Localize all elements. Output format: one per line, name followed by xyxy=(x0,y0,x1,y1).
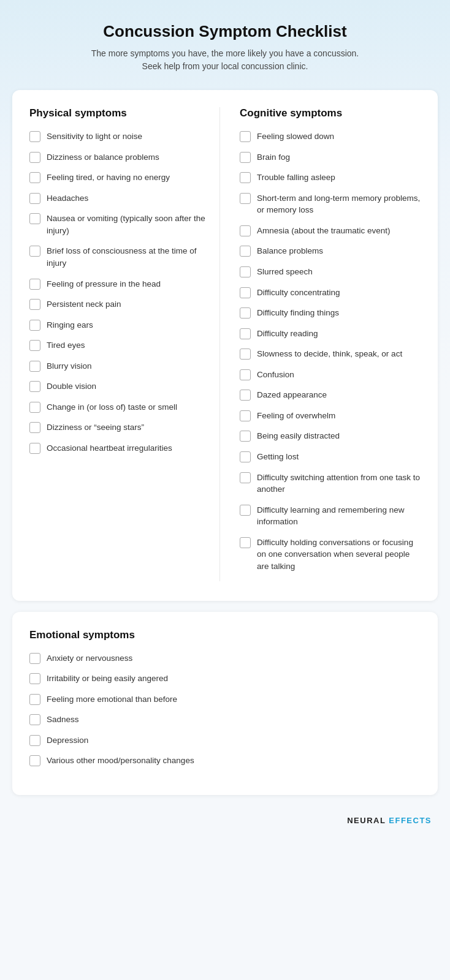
cognitive-item-label: Difficulty switching attention from one … xyxy=(257,472,421,496)
cognitive-column: Cognitive symptoms Feeling slowed downBr… xyxy=(230,107,421,581)
checkbox-emotional-3[interactable] xyxy=(29,714,40,725)
checkbox-emotional-1[interactable] xyxy=(29,673,40,684)
brand-logo: NEURAL EFFECTS xyxy=(347,816,432,825)
checkbox-physical-3[interactable] xyxy=(29,193,40,204)
physical-item: Ringing ears xyxy=(29,319,210,331)
cognitive-item: Slowness to decide, think, speak, or act xyxy=(240,348,421,360)
checkbox-cognitive-17[interactable] xyxy=(240,505,251,516)
physical-item-label: Occasional heartbeat irregularities xyxy=(47,442,172,454)
physical-item-label: Tired eyes xyxy=(47,339,85,352)
emotional-title: Emotional symptoms xyxy=(29,629,421,641)
physical-item: Feeling of pressure in the head xyxy=(29,278,210,290)
checkbox-physical-8[interactable] xyxy=(29,320,40,331)
physical-item: Persistent neck pain xyxy=(29,298,210,311)
checkbox-physical-2[interactable] xyxy=(29,172,40,183)
checkbox-cognitive-11[interactable] xyxy=(240,369,251,380)
emotional-item: Anxiety or nervousness xyxy=(29,652,421,665)
cognitive-item: Being easily distracted xyxy=(240,430,421,442)
cognitive-item: Slurred speech xyxy=(240,266,421,278)
cognitive-item: Trouble falling asleep xyxy=(240,172,421,184)
emotional-list: Anxiety or nervousnessIrritability or be… xyxy=(29,652,421,767)
checkbox-cognitive-9[interactable] xyxy=(240,328,251,339)
emotional-item: Depression xyxy=(29,734,421,747)
checkbox-cognitive-15[interactable] xyxy=(240,451,251,462)
cognitive-item-label: Being easily distracted xyxy=(257,430,340,442)
cognitive-list: Feeling slowed downBrain fogTrouble fall… xyxy=(240,130,421,573)
emotional-item: Feeling more emotional than before xyxy=(29,693,421,706)
checkbox-physical-5[interactable] xyxy=(29,246,40,257)
emotional-item-label: Various other mood/personality changes xyxy=(47,755,194,767)
cognitive-item-label: Balance problems xyxy=(257,245,323,257)
emotional-item-label: Irritability or being easily angered xyxy=(47,673,168,685)
cognitive-item-label: Brain fog xyxy=(257,151,290,164)
checkbox-cognitive-12[interactable] xyxy=(240,390,251,401)
brand-name-blue: EFFECTS xyxy=(389,816,432,825)
checkbox-physical-13[interactable] xyxy=(29,422,40,433)
emotional-item-label: Sadness xyxy=(47,714,79,726)
checkbox-physical-10[interactable] xyxy=(29,361,40,372)
checkbox-cognitive-3[interactable] xyxy=(240,193,251,204)
physical-title: Physical symptoms xyxy=(29,107,210,119)
physical-item: Brief loss of consciousness at the time … xyxy=(29,245,210,269)
physical-item-label: Ringing ears xyxy=(47,319,93,331)
cognitive-item: Feeling slowed down xyxy=(240,130,421,143)
physical-item-label: Dizziness or “seeing stars” xyxy=(47,421,144,434)
checkbox-cognitive-14[interactable] xyxy=(240,431,251,442)
physical-item: Tired eyes xyxy=(29,339,210,352)
physical-item-label: Feeling tired, or having no energy xyxy=(47,172,170,184)
checkbox-cognitive-10[interactable] xyxy=(240,349,251,360)
page-title: Concussion Symptom Checklist xyxy=(37,22,413,41)
checkbox-cognitive-18[interactable] xyxy=(240,537,251,548)
page-subtitle: The more symptoms you have, the more lik… xyxy=(37,47,413,73)
checkbox-physical-12[interactable] xyxy=(29,402,40,413)
cognitive-item-label: Dazed appearance xyxy=(257,389,327,401)
checkbox-cognitive-8[interactable] xyxy=(240,307,251,318)
checkbox-cognitive-7[interactable] xyxy=(240,287,251,298)
checkbox-physical-9[interactable] xyxy=(29,340,40,351)
cognitive-item-label: Difficulty finding things xyxy=(257,307,339,319)
checkbox-emotional-0[interactable] xyxy=(29,653,40,664)
checkbox-emotional-4[interactable] xyxy=(29,735,40,746)
checkbox-cognitive-6[interactable] xyxy=(240,266,251,277)
checkbox-physical-6[interactable] xyxy=(29,279,40,290)
checkbox-cognitive-0[interactable] xyxy=(240,131,251,142)
checkbox-cognitive-13[interactable] xyxy=(240,410,251,421)
physical-item: Change in (or loss of) taste or smell xyxy=(29,401,210,413)
checkbox-physical-0[interactable] xyxy=(29,131,40,142)
cognitive-item: Difficulty holding conversations or focu… xyxy=(240,537,421,573)
brand-name-black: NEURAL xyxy=(347,816,389,825)
physical-column: Physical symptoms Sensitivity to light o… xyxy=(29,107,220,581)
cognitive-item-label: Short-term and long-term memory problems… xyxy=(257,192,421,216)
physical-item-label: Double vision xyxy=(47,380,96,393)
checkbox-physical-14[interactable] xyxy=(29,443,40,454)
physical-item: Dizziness or “seeing stars” xyxy=(29,421,210,434)
checkbox-physical-11[interactable] xyxy=(29,381,40,392)
physical-item: Double vision xyxy=(29,380,210,393)
physical-item-label: Change in (or loss of) taste or smell xyxy=(47,401,177,413)
emotional-item: Sadness xyxy=(29,714,421,726)
cognitive-item-label: Slurred speech xyxy=(257,266,313,278)
physical-item: Occasional heartbeat irregularities xyxy=(29,442,210,454)
cognitive-item: Difficulty finding things xyxy=(240,307,421,319)
physical-item: Sensitivity to light or noise xyxy=(29,130,210,143)
checkbox-cognitive-2[interactable] xyxy=(240,172,251,183)
checkbox-emotional-5[interactable] xyxy=(29,755,40,766)
physical-item-label: Headaches xyxy=(47,192,88,205)
checkbox-cognitive-16[interactable] xyxy=(240,472,251,483)
checkbox-physical-7[interactable] xyxy=(29,299,40,310)
checkbox-cognitive-1[interactable] xyxy=(240,152,251,163)
emotional-item-label: Anxiety or nervousness xyxy=(47,652,132,665)
cognitive-item-label: Difficulty learning and remembering new … xyxy=(257,504,421,528)
emotional-item-label: Depression xyxy=(47,734,88,747)
checkbox-cognitive-5[interactable] xyxy=(240,246,251,257)
checkbox-cognitive-4[interactable] xyxy=(240,225,251,236)
cognitive-item: Dazed appearance xyxy=(240,389,421,401)
cognitive-item-label: Trouble falling asleep xyxy=(257,172,335,184)
emotional-item: Irritability or being easily angered xyxy=(29,673,421,685)
checkbox-emotional-2[interactable] xyxy=(29,694,40,705)
checkbox-physical-1[interactable] xyxy=(29,152,40,163)
physical-item-label: Persistent neck pain xyxy=(47,298,121,311)
checkbox-physical-4[interactable] xyxy=(29,213,40,224)
symptom-card-main: Physical symptoms Sensitivity to light o… xyxy=(12,90,438,601)
emotional-item-label: Feeling more emotional than before xyxy=(47,693,177,706)
